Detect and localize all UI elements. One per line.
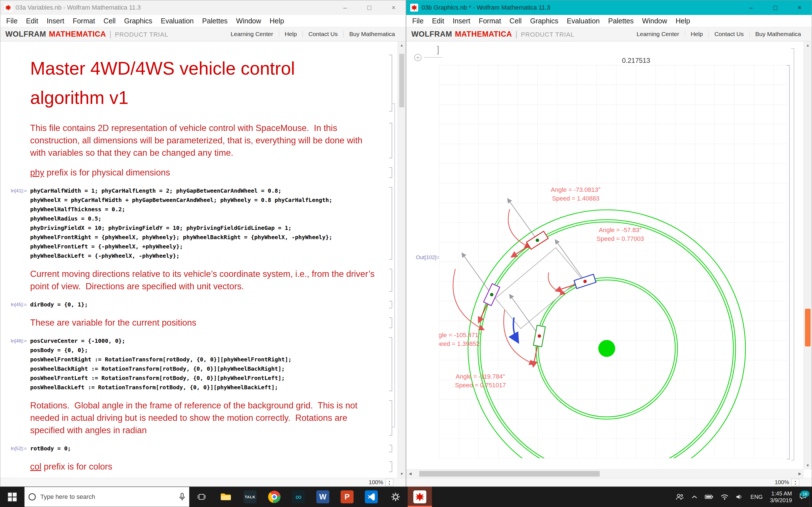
text-cell[interactable]: Rotations. Global angle in the frame of …: [0, 399, 398, 437]
microphone-icon[interactable]: [179, 493, 185, 501]
link-learning-center[interactable]: Learning Center: [225, 31, 279, 38]
menu-window[interactable]: Window: [232, 17, 265, 25]
minimize-button[interactable]: –: [739, 0, 763, 15]
zoom-stepper[interactable]: ▴▾: [386, 479, 393, 486]
input-cell-45[interactable]: In[45]:= dirBody = {0, 1};: [0, 300, 398, 309]
scroll-up-icon[interactable]: ▲: [804, 41, 812, 49]
menu-insert[interactable]: Insert: [42, 17, 68, 25]
hidden-icons-chevron-icon[interactable]: [691, 495, 698, 499]
titlebar[interactable]: 03a Variables.nb - Wolfram Mathematica 1…: [0, 0, 406, 15]
zoom-stepper[interactable]: ▴▾: [792, 479, 799, 486]
maximize-button[interactable]: □: [357, 0, 382, 15]
scroll-right-icon[interactable]: ▶: [796, 469, 804, 478]
menu-cell[interactable]: Cell: [505, 17, 526, 25]
zoom-level[interactable]: 100%: [775, 479, 789, 486]
menu-evaluation[interactable]: Evaluation: [156, 17, 198, 25]
link-contact-us[interactable]: Contact Us: [709, 31, 749, 38]
text-cell[interactable]: phy prefix is for physical dimensions: [0, 166, 398, 179]
clock[interactable]: 1:45 AM 3/9/2019: [770, 490, 792, 504]
input-cell-41[interactable]: In[41]:= phyCarHalfWidth = 1; phyCarHalf…: [0, 186, 398, 261]
menu-file[interactable]: File: [408, 17, 428, 25]
menu-evaluation[interactable]: Evaluation: [562, 17, 604, 25]
cell-bracket[interactable]: [380, 166, 398, 179]
close-button[interactable]: ×: [788, 0, 812, 15]
output-cell-bracket[interactable]: [786, 65, 790, 459]
cell-bracket[interactable]: [380, 460, 398, 473]
menu-cell[interactable]: Cell: [99, 17, 120, 25]
menu-help[interactable]: Help: [265, 17, 288, 25]
start-button[interactable]: [0, 487, 24, 507]
titlebar[interactable]: 03b Graphics.nb * - Wolfram Mathematica …: [406, 0, 812, 15]
menu-graphics[interactable]: Graphics: [120, 17, 156, 25]
link-buy-mathematica[interactable]: Buy Mathematica: [343, 31, 401, 38]
text-cell[interactable]: col prefix is for colors: [0, 460, 398, 473]
title-cell[interactable]: Master 4WD/4WS vehicle control algorithm…: [0, 54, 398, 112]
input-cell-52[interactable]: In[52]:= rotBody = 0;: [0, 444, 398, 453]
notebook-title[interactable]: Master 4WD/4WS vehicle control algorithm…: [30, 54, 323, 112]
paragraph[interactable]: Rotations. Global angle in the frame of …: [30, 399, 380, 437]
link-help[interactable]: Help: [279, 31, 303, 38]
vehicle-plot[interactable]: Angle = -73.0813° Speed = 1.40883 Angle …: [439, 65, 787, 458]
group-cell-bracket[interactable]: [791, 48, 794, 460]
zoom-down-icon[interactable]: ▾: [795, 483, 796, 486]
scrollbar-thumb-highlighted[interactable]: [805, 309, 811, 346]
show-desktop-button[interactable]: [809, 487, 812, 507]
task-view-button[interactable]: [190, 487, 214, 507]
link-buy-mathematica[interactable]: Buy Mathematica: [749, 31, 807, 38]
link-learning-center[interactable]: Learning Center: [631, 31, 685, 38]
zoom-up-icon[interactable]: ▴: [795, 480, 796, 483]
talk-app-button[interactable]: TALK: [238, 487, 262, 507]
group-cell-bracket[interactable]: [392, 103, 395, 427]
chrome-button[interactable]: [262, 487, 287, 507]
horizontal-scrollbar[interactable]: ◀ ▶: [406, 469, 804, 478]
vertical-scrollbar[interactable]: ▲ ▼: [398, 41, 406, 478]
cell-bracket[interactable]: [380, 399, 398, 437]
people-icon[interactable]: [675, 493, 684, 501]
minimize-button[interactable]: –: [333, 0, 357, 15]
file-explorer-button[interactable]: [214, 487, 238, 507]
paragraph[interactable]: These are variable for the current posit…: [30, 317, 380, 329]
menu-help[interactable]: Help: [671, 17, 694, 25]
maximize-button[interactable]: □: [763, 0, 788, 15]
menu-palettes[interactable]: Palettes: [198, 17, 232, 25]
taskbar-search[interactable]: [24, 487, 190, 507]
cell-bracket[interactable]: [380, 300, 398, 309]
menu-window[interactable]: Window: [638, 17, 671, 25]
menu-format[interactable]: Format: [68, 17, 99, 25]
scrollbar-thumb[interactable]: [419, 471, 600, 476]
scroll-left-icon[interactable]: ◀: [406, 469, 414, 478]
paragraph[interactable]: phy prefix is for physical dimensions: [30, 166, 380, 179]
scrollbar-thumb[interactable]: [399, 54, 404, 107]
menu-insert[interactable]: Insert: [448, 17, 474, 25]
scroll-up-icon[interactable]: ▲: [398, 41, 406, 49]
scroll-down-icon[interactable]: ▼: [804, 462, 812, 469]
vertical-scrollbar[interactable]: ▲ ▼: [804, 41, 812, 469]
cell-bracket[interactable]: [380, 336, 398, 392]
paragraph[interactable]: Current moving directions relative to it…: [30, 268, 380, 293]
cell-bracket[interactable]: [380, 317, 398, 329]
language-indicator[interactable]: ENG: [751, 494, 763, 500]
wifi-icon[interactable]: [721, 494, 728, 500]
zoom-down-icon[interactable]: ▾: [389, 483, 390, 486]
zoom-level[interactable]: 100%: [369, 479, 383, 486]
menu-graphics[interactable]: Graphics: [526, 17, 562, 25]
link-help[interactable]: Help: [685, 31, 709, 38]
link-contact-us[interactable]: Contact Us: [303, 31, 343, 38]
paragraph[interactable]: col prefix is for colors: [30, 460, 380, 473]
zoom-up-icon[interactable]: ▴: [389, 480, 390, 483]
volume-icon[interactable]: [736, 494, 743, 500]
text-cell[interactable]: This file contains 2D representation of …: [0, 122, 398, 159]
menu-edit[interactable]: Edit: [428, 17, 448, 25]
mathematica-button[interactable]: [408, 487, 432, 507]
loop-app-button[interactable]: ∞: [287, 487, 311, 507]
battery-icon[interactable]: [705, 495, 713, 499]
notebook-variables[interactable]: Master 4WD/4WS vehicle control algorithm…: [0, 41, 406, 487]
insert-cell-plus-icon[interactable]: +: [414, 54, 421, 61]
menu-format[interactable]: Format: [474, 17, 505, 25]
notebook-graphics[interactable]: + ] 0.217513 Out[102]=: [406, 41, 812, 487]
search-input[interactable]: [40, 493, 179, 501]
menu-file[interactable]: File: [2, 17, 22, 25]
cell-bracket[interactable]: [380, 122, 398, 159]
text-cell[interactable]: Current moving directions relative to it…: [0, 268, 398, 293]
menu-edit[interactable]: Edit: [22, 17, 42, 25]
